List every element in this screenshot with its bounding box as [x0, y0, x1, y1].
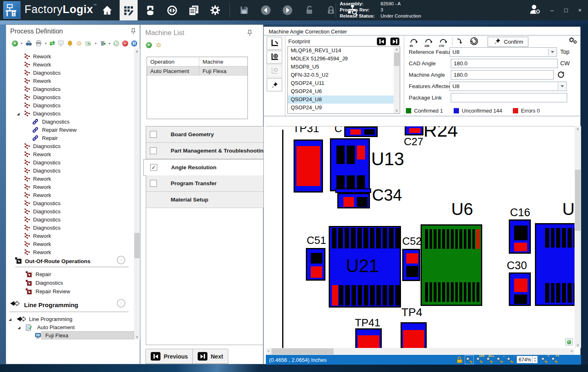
tree-item[interactable]: Rework — [6, 53, 132, 61]
settings-gears-icon[interactable] — [568, 37, 577, 46]
last-footprint-button[interactable] — [390, 38, 399, 45]
rotate-270-icon[interactable]: 270 — [439, 38, 448, 46]
zoom-spinner[interactable]: 674%▲▼ — [517, 356, 538, 363]
pcb-component-c34[interactable] — [337, 193, 370, 208]
expander-icon[interactable]: ◢ — [18, 326, 20, 330]
pcb-component-c16[interactable] — [509, 219, 531, 254]
pcb-component-c27[interactable] — [405, 126, 423, 135]
zoom-in-icon[interactable]: + — [541, 356, 548, 363]
step-part-management-troubleshooting[interactable]: Part Management & Troubleshooting — [146, 143, 264, 159]
pcb-component-tp41[interactable] — [355, 328, 382, 348]
zoom-all-icon[interactable]: ALL — [486, 356, 493, 363]
tree-item[interactable]: Diagnostics — [6, 159, 132, 167]
zoom-out-double-icon[interactable]: -- — [496, 356, 503, 363]
add-icon[interactable]: + — [146, 42, 152, 48]
close-button[interactable]: × — [576, 7, 584, 13]
chevron-down-icon[interactable] — [558, 82, 566, 90]
sync-icon[interactable] — [163, 0, 181, 20]
zoom-select-icon[interactable] — [466, 356, 473, 363]
footprint-item[interactable]: QSOP24_U9 — [288, 104, 400, 112]
tree-item[interactable]: Repair Review — [6, 126, 132, 134]
tree-item[interactable]: Diagnostics — [6, 85, 132, 93]
next-button[interactable]: Next — [192, 349, 228, 364]
alert-icon[interactable] — [67, 40, 73, 46]
pcb-component-c30[interactable] — [509, 272, 531, 306]
pcb-viewer[interactable]: TP31CC27R24U13C34U6C16C30UC51U21C52TP41T… — [266, 126, 575, 348]
documents-icon[interactable] — [185, 0, 203, 20]
tree-item[interactable]: Rework — [6, 61, 132, 69]
tree-item[interactable]: Rework — [6, 191, 132, 199]
tree-item[interactable]: Diagnostics — [6, 93, 132, 102]
zoom-in-double-icon[interactable]: ++ — [551, 356, 558, 363]
footprint-item[interactable]: QSOP24_U8 — [288, 95, 400, 104]
step-checkbox[interactable] — [150, 180, 157, 187]
dropdown-caret-icon[interactable]: ▾ — [109, 42, 110, 45]
pcb-component-c51[interactable] — [306, 248, 325, 281]
dropdown-caret-icon[interactable]: ▾ — [21, 42, 22, 45]
tree-item[interactable]: Diagnostics — [6, 69, 132, 77]
zoom-spinner-arrows[interactable]: ▲▼ — [532, 356, 537, 363]
collapse-up-icon[interactable]: ↑ — [117, 299, 125, 308]
step-program-transfer[interactable]: Program Transfer — [146, 175, 264, 192]
pcb-component-c52[interactable] — [402, 249, 420, 281]
tree-item[interactable]: Diagnostics — [6, 167, 132, 175]
delete-icon[interactable] — [99, 40, 106, 46]
features-affected-select[interactable]: U8 — [450, 82, 567, 91]
pin-feature-button[interactable] — [267, 78, 282, 91]
tree-item[interactable]: Diagnostics — [6, 142, 132, 151]
tree-item[interactable]: Rework — [6, 151, 132, 159]
settings-icon[interactable] — [206, 0, 224, 20]
reference-feature-select[interactable]: U8 — [450, 47, 557, 57]
line-programming-item[interactable]: Fuji Flexa — [6, 332, 132, 340]
column-operation[interactable]: Operation — [147, 59, 199, 65]
find-icon[interactable] — [25, 40, 32, 47]
print-icon[interactable] — [35, 40, 42, 47]
footprint-item[interactable]: MOLEX 51296-4594_J9 — [288, 55, 400, 63]
dropdown-caret-icon[interactable]: ▾ — [45, 42, 47, 45]
tree-item[interactable]: Rework — [6, 232, 132, 240]
share-icon[interactable] — [85, 40, 92, 47]
collapse-up-icon[interactable]: ↑ — [117, 256, 125, 264]
tree-item[interactable]: Rework — [6, 77, 132, 85]
maximize-button[interactable]: □ — [562, 7, 570, 13]
lock-icon[interactable] — [457, 356, 463, 363]
refresh-circle-icon[interactable] — [470, 37, 478, 47]
column-machine[interactable]: Machine — [199, 57, 247, 66]
tree-item[interactable]: Rework — [6, 248, 132, 257]
pin-icon[interactable] — [131, 28, 136, 36]
footprint-item[interactable]: QFN-32-0.5_U2 — [288, 71, 400, 79]
package-link-input[interactable] — [451, 93, 567, 102]
line-programming-item[interactable]: ◢Line Programming — [6, 315, 132, 323]
sync-green-icon[interactable]: ⇄ — [49, 40, 55, 46]
out-of-route-item[interactable]: Diagnostics — [6, 279, 132, 287]
dropdown-caret-icon[interactable]: ▾ — [95, 42, 96, 45]
user-logout-icon[interactable] — [528, 4, 541, 17]
first-footprint-button[interactable] — [377, 38, 386, 45]
viewer-vscrollbar[interactable]: ∧ ∨ — [575, 126, 581, 348]
pcb-component-c34-courtyard[interactable] — [335, 188, 371, 193]
minimize-button[interactable]: – — [548, 7, 556, 13]
tree-item[interactable]: Repair — [6, 134, 132, 142]
tree-item[interactable]: Diagnostics — [6, 118, 132, 126]
out-of-route-item[interactable]: Repair — [6, 270, 132, 279]
step-checkbox[interactable] — [150, 147, 157, 154]
center-feature-button[interactable] — [267, 51, 282, 64]
tree-item[interactable]: Rework — [6, 183, 132, 191]
machine-table-header[interactable]: Operation Machine — [147, 57, 247, 66]
step-checkbox[interactable] — [150, 131, 157, 138]
footprint-item[interactable]: MSOP8_U5 — [288, 63, 400, 71]
viewer-refresh-button[interactable] — [565, 338, 573, 345]
refresh-pale-icon[interactable]: ↻ — [113, 40, 119, 46]
zoom-out-icon[interactable]: - — [506, 356, 514, 363]
viewer-hscrollbar[interactable]: < > — [266, 348, 575, 355]
process-editor-icon[interactable] — [120, 0, 138, 20]
rotate-feature-button[interactable] — [267, 37, 282, 50]
home-icon[interactable] — [98, 0, 116, 20]
pcb-component-u13[interactable] — [330, 138, 370, 191]
footprint-item[interactable]: MLQP16_REV1_U14 — [288, 46, 400, 55]
tree-item[interactable]: Rework — [6, 175, 132, 183]
add-icon[interactable]: + — [12, 40, 18, 46]
pcb-component-c-top[interactable] — [344, 126, 378, 137]
line-programming-item[interactable]: ◢Auto Placement — [6, 323, 132, 332]
tree-item[interactable]: Diagnostics — [6, 208, 132, 216]
